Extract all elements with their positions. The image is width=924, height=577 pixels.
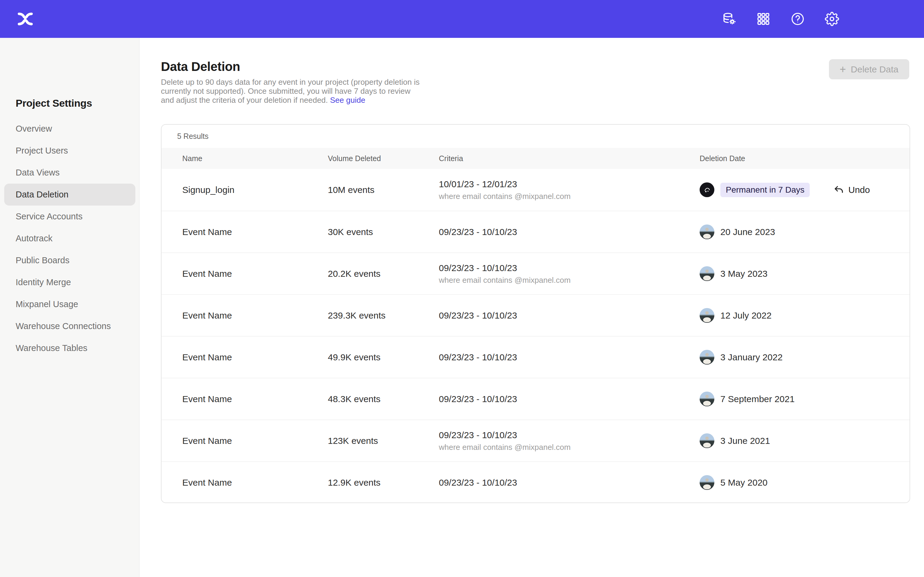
row-deletion-date: 20 June 2023	[699, 224, 894, 239]
row-volume: 123K events	[328, 436, 439, 446]
page-title: Data Deletion	[161, 60, 240, 74]
row-criteria: 09/23/23 - 10/10/23	[439, 477, 699, 488]
status-badge: Permanent in 7 Days	[720, 183, 810, 197]
deletion-date: 3 January 2022	[720, 352, 783, 363]
criteria-date-range: 10/01/23 - 12/01/23	[439, 178, 699, 190]
deletion-date: 7 September 2021	[720, 394, 795, 404]
row-deletion-date: 3 May 2023	[699, 266, 894, 281]
row-criteria: 09/23/23 - 10/10/23 where email contains…	[439, 429, 699, 452]
user-avatar	[699, 350, 714, 364]
sidebar-item-overview[interactable]: Overview	[4, 118, 135, 140]
sidebar-item-identity-merge[interactable]: Identity Merge	[4, 271, 135, 293]
row-volume: 10M events	[328, 185, 439, 195]
table-header-row: Name Volume Deleted Criteria Deletion Da…	[162, 148, 909, 169]
deletion-requests-card: 5 Results Name Volume Deleted Criteria D…	[161, 124, 910, 503]
user-avatar	[699, 434, 714, 448]
row-deletion-date: 3 January 2022	[699, 350, 894, 364]
row-criteria: 10/01/23 - 12/01/23 where email contains…	[439, 178, 699, 201]
database-settings-icon[interactable]	[722, 12, 736, 26]
row-volume: 12.9K events	[328, 477, 439, 488]
row-criteria: 09/23/23 - 10/10/23	[439, 351, 699, 363]
user-avatar	[699, 392, 714, 406]
row-criteria: 09/23/23 - 10/10/23 where email contains…	[439, 262, 699, 285]
sidebar-item-warehouse-connections[interactable]: Warehouse Connections	[4, 315, 135, 337]
sidebar-heading: Project Settings	[16, 97, 92, 109]
table-row: Event Name 49.9K events 09/23/23 - 10/10…	[162, 336, 909, 378]
description-text: Delete up to 90 days data for any event …	[161, 77, 420, 105]
plus-icon: +	[840, 64, 846, 75]
table-row: Event Name 48.3K events 09/23/23 - 10/10…	[162, 378, 909, 419]
user-avatar	[699, 266, 714, 281]
row-deletion-date: 12 July 2022	[699, 308, 894, 323]
column-header-deletion-date: Deletion Date	[699, 154, 894, 163]
deletion-date: 3 May 2023	[720, 269, 767, 279]
criteria-date-range: 09/23/23 - 10/10/23	[439, 477, 699, 488]
row-volume: 48.3K events	[328, 394, 439, 404]
deletion-date: 20 June 2023	[720, 227, 775, 237]
user-avatar	[699, 475, 714, 490]
mixpanel-logo[interactable]	[18, 11, 33, 27]
row-volume: 30K events	[328, 227, 439, 237]
row-name: Event Name	[182, 394, 328, 404]
undo-label: Undo	[848, 185, 870, 195]
column-header-name: Name	[182, 154, 328, 163]
undo-button[interactable]: Undo	[833, 185, 870, 195]
sidebar-item-project-users[interactable]: Project Users	[4, 140, 135, 162]
criteria-date-range: 09/23/23 - 10/10/23	[439, 309, 699, 322]
see-guide-link[interactable]: See guide	[330, 95, 365, 105]
row-criteria: 09/23/23 - 10/10/23	[439, 309, 699, 322]
row-name: Signup_login	[182, 185, 328, 195]
table-row: Event Name 123K events 09/23/23 - 10/10/…	[162, 419, 909, 461]
sidebar-nav: Overview Project Users Data Views Data D…	[0, 118, 140, 359]
page-description: Delete up to 90 days data for any event …	[161, 77, 426, 105]
sidebar-item-data-deletion[interactable]: Data Deletion	[4, 184, 135, 206]
help-icon[interactable]	[790, 12, 805, 26]
table-row: Signup_login 10M events 10/01/23 - 12/01…	[162, 169, 909, 211]
topbar-icon-group	[722, 0, 839, 38]
row-name: Event Name	[182, 227, 328, 237]
criteria-filter: where email contains @mixpanel.com	[439, 442, 699, 452]
row-deletion-date: Permanent in 7 Days Undo	[699, 182, 894, 197]
deletion-date: 3 June 2021	[720, 436, 770, 446]
deletion-date: 5 May 2020	[720, 477, 767, 488]
sidebar-item-autotrack[interactable]: Autotrack	[4, 227, 135, 250]
user-avatar	[699, 224, 714, 239]
sidebar-item-mixpanel-usage[interactable]: Mixpanel Usage	[4, 293, 135, 315]
results-count: 5 Results	[162, 125, 909, 148]
row-volume: 239.3K events	[328, 310, 439, 321]
criteria-date-range: 09/23/23 - 10/10/23	[439, 393, 699, 405]
row-criteria: 09/23/23 - 10/10/23	[439, 393, 699, 405]
sidebar-item-service-accounts[interactable]: Service Accounts	[4, 206, 135, 227]
row-name: Event Name	[182, 477, 328, 488]
user-avatar	[699, 308, 714, 323]
table-row: Event Name 12.9K events 09/23/23 - 10/10…	[162, 461, 909, 503]
table-row: Event Name 239.3K events 09/23/23 - 10/1…	[162, 294, 909, 336]
top-navigation-bar	[0, 0, 924, 38]
column-header-volume-deleted: Volume Deleted	[328, 154, 439, 163]
row-name: Event Name	[182, 269, 328, 279]
row-deletion-date: 3 June 2021	[699, 434, 894, 448]
settings-icon[interactable]	[825, 12, 839, 26]
sidebar-item-data-views[interactable]: Data Views	[4, 162, 135, 184]
row-volume: 49.9K events	[328, 352, 439, 363]
row-name: Event Name	[182, 310, 328, 321]
settings-sidebar: Project Settings Overview Project Users …	[0, 38, 140, 577]
criteria-date-range: 09/23/23 - 10/10/23	[439, 262, 699, 274]
criteria-filter: where email contains @mixpanel.com	[439, 275, 699, 285]
row-deletion-date: 5 May 2020	[699, 475, 894, 490]
apps-grid-icon[interactable]	[756, 12, 771, 26]
criteria-date-range: 09/23/23 - 10/10/23	[439, 351, 699, 363]
row-name: Event Name	[182, 436, 328, 446]
row-deletion-date: 7 September 2021	[699, 392, 894, 406]
sidebar-item-public-boards[interactable]: Public Boards	[4, 250, 135, 271]
deletion-date: 12 July 2022	[720, 310, 772, 321]
criteria-filter: where email contains @mixpanel.com	[439, 191, 699, 201]
criteria-date-range: 09/23/23 - 10/10/23	[439, 226, 699, 238]
undo-icon	[833, 185, 844, 195]
user-avatar	[699, 182, 714, 197]
main-content: Data Deletion Delete up to 90 days data …	[140, 38, 924, 577]
criteria-date-range: 09/23/23 - 10/10/23	[439, 429, 699, 441]
sidebar-item-warehouse-tables[interactable]: Warehouse Tables	[4, 337, 135, 359]
table-row: Event Name 30K events 09/23/23 - 10/10/2…	[162, 211, 909, 253]
delete-data-button[interactable]: + Delete Data	[829, 59, 909, 79]
